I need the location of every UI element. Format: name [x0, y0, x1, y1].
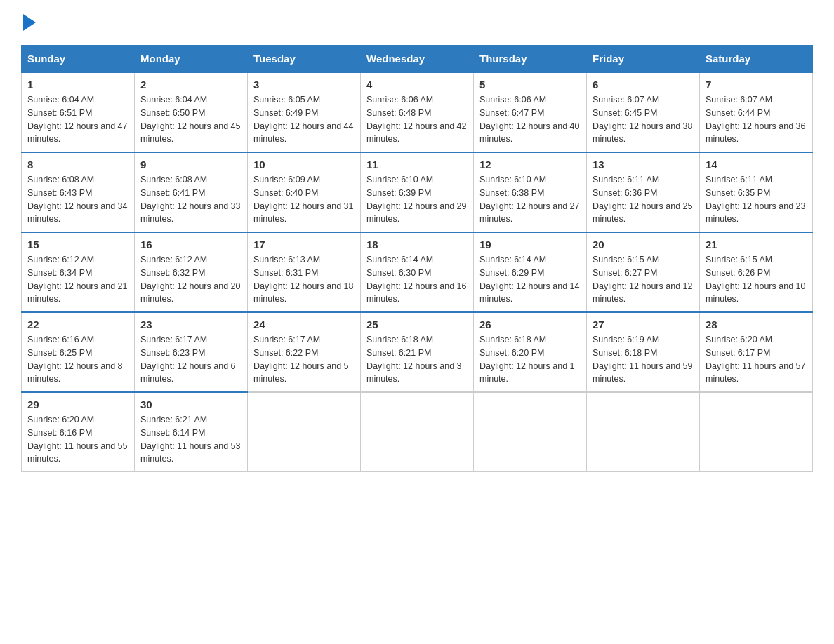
day-number: 18 — [366, 239, 468, 250]
weekday-header-row: SundayMondayTuesdayWednesdayThursdayFrid… — [22, 46, 813, 73]
day-number: 3 — [253, 79, 355, 90]
day-info: Sunrise: 6:17 AMSunset: 6:23 PMDaylight:… — [140, 335, 236, 384]
day-number: 20 — [593, 239, 694, 250]
day-cell-4: 4 Sunrise: 6:06 AMSunset: 6:48 PMDayligh… — [361, 72, 474, 152]
day-info: Sunrise: 6:14 AMSunset: 6:30 PMDaylight:… — [366, 255, 466, 304]
day-info: Sunrise: 6:06 AMSunset: 6:48 PMDaylight:… — [366, 95, 466, 144]
day-cell-26: 26 Sunrise: 6:18 AMSunset: 6:20 PMDaylig… — [474, 312, 587, 392]
day-number: 4 — [366, 79, 468, 90]
day-number: 22 — [27, 318, 128, 330]
day-number: 30 — [140, 398, 241, 410]
day-info: Sunrise: 6:04 AMSunset: 6:50 PMDaylight:… — [140, 95, 240, 144]
day-number: 2 — [140, 79, 241, 90]
day-cell-15: 15 Sunrise: 6:12 AMSunset: 6:34 PMDaylig… — [22, 232, 135, 312]
day-cell-21: 21 Sunrise: 6:15 AMSunset: 6:26 PMDaylig… — [700, 232, 813, 312]
day-info: Sunrise: 6:13 AMSunset: 6:31 PMDaylight:… — [253, 255, 353, 304]
day-number: 16 — [140, 239, 241, 250]
day-info: Sunrise: 6:20 AMSunset: 6:17 PMDaylight:… — [706, 335, 805, 384]
day-cell-2: 2 Sunrise: 6:04 AMSunset: 6:50 PMDayligh… — [135, 72, 248, 152]
day-info: Sunrise: 6:08 AMSunset: 6:41 PMDaylight:… — [140, 175, 240, 224]
day-info: Sunrise: 6:18 AMSunset: 6:20 PMDaylight:… — [479, 335, 575, 384]
day-info: Sunrise: 6:18 AMSunset: 6:21 PMDaylight:… — [366, 335, 462, 384]
weekday-header-wednesday: Wednesday — [361, 46, 474, 73]
day-number: 14 — [706, 159, 807, 170]
day-cell-23: 23 Sunrise: 6:17 AMSunset: 6:23 PMDaylig… — [135, 312, 248, 392]
day-info: Sunrise: 6:15 AMSunset: 6:26 PMDaylight:… — [706, 255, 805, 304]
day-cell-7: 7 Sunrise: 6:07 AMSunset: 6:44 PMDayligh… — [700, 72, 813, 152]
day-info: Sunrise: 6:05 AMSunset: 6:49 PMDaylight:… — [253, 95, 353, 144]
day-number: 9 — [140, 159, 241, 170]
day-cell-28: 28 Sunrise: 6:20 AMSunset: 6:17 PMDaylig… — [700, 312, 813, 392]
day-cell-1: 1 Sunrise: 6:04 AMSunset: 6:51 PMDayligh… — [22, 72, 135, 152]
day-cell-11: 11 Sunrise: 6:10 AMSunset: 6:39 PMDaylig… — [361, 152, 474, 232]
day-number: 19 — [479, 239, 581, 250]
day-cell-19: 19 Sunrise: 6:14 AMSunset: 6:29 PMDaylig… — [474, 232, 587, 312]
day-info: Sunrise: 6:15 AMSunset: 6:27 PMDaylight:… — [593, 255, 692, 304]
calendar-week-2: 8 Sunrise: 6:08 AMSunset: 6:43 PMDayligh… — [22, 152, 813, 232]
calendar-table: SundayMondayTuesdayWednesdayThursdayFrid… — [21, 45, 813, 472]
day-number: 27 — [593, 318, 694, 330]
day-number: 26 — [479, 318, 581, 330]
day-info: Sunrise: 6:10 AMSunset: 6:38 PMDaylight:… — [479, 175, 579, 224]
day-cell-8: 8 Sunrise: 6:08 AMSunset: 6:43 PMDayligh… — [22, 152, 135, 232]
day-info: Sunrise: 6:06 AMSunset: 6:47 PMDaylight:… — [479, 95, 579, 144]
day-cell-3: 3 Sunrise: 6:05 AMSunset: 6:49 PMDayligh… — [248, 72, 361, 152]
day-cell-9: 9 Sunrise: 6:08 AMSunset: 6:41 PMDayligh… — [135, 152, 248, 232]
day-cell-22: 22 Sunrise: 6:16 AMSunset: 6:25 PMDaylig… — [22, 312, 135, 392]
day-cell-18: 18 Sunrise: 6:14 AMSunset: 6:30 PMDaylig… — [361, 232, 474, 312]
day-info: Sunrise: 6:11 AMSunset: 6:36 PMDaylight:… — [593, 175, 692, 224]
day-info: Sunrise: 6:17 AMSunset: 6:22 PMDaylight:… — [253, 335, 349, 384]
day-cell-16: 16 Sunrise: 6:12 AMSunset: 6:32 PMDaylig… — [135, 232, 248, 312]
page-header — [21, 14, 813, 31]
day-number: 6 — [593, 79, 694, 90]
day-number: 21 — [706, 239, 807, 250]
day-info: Sunrise: 6:19 AMSunset: 6:18 PMDaylight:… — [593, 335, 692, 384]
day-cell-12: 12 Sunrise: 6:10 AMSunset: 6:38 PMDaylig… — [474, 152, 587, 232]
empty-cell — [248, 392, 361, 472]
day-cell-29: 29 Sunrise: 6:20 AMSunset: 6:16 PMDaylig… — [22, 392, 135, 472]
weekday-header-friday: Friday — [587, 46, 700, 73]
day-cell-24: 24 Sunrise: 6:17 AMSunset: 6:22 PMDaylig… — [248, 312, 361, 392]
day-number: 1 — [27, 79, 128, 90]
day-number: 12 — [479, 159, 581, 170]
weekday-header-tuesday: Tuesday — [248, 46, 361, 73]
logo — [21, 14, 36, 31]
day-info: Sunrise: 6:12 AMSunset: 6:34 PMDaylight:… — [27, 255, 127, 304]
empty-cell — [474, 392, 587, 472]
weekday-header-sunday: Sunday — [22, 46, 135, 73]
weekday-header-thursday: Thursday — [474, 46, 587, 73]
day-info: Sunrise: 6:10 AMSunset: 6:39 PMDaylight:… — [366, 175, 466, 224]
calendar-week-1: 1 Sunrise: 6:04 AMSunset: 6:51 PMDayligh… — [22, 72, 813, 152]
day-cell-5: 5 Sunrise: 6:06 AMSunset: 6:47 PMDayligh… — [474, 72, 587, 152]
calendar-week-4: 22 Sunrise: 6:16 AMSunset: 6:25 PMDaylig… — [22, 312, 813, 392]
day-info: Sunrise: 6:21 AMSunset: 6:14 PMDaylight:… — [140, 415, 240, 464]
weekday-header-monday: Monday — [135, 46, 248, 73]
day-info: Sunrise: 6:04 AMSunset: 6:51 PMDaylight:… — [27, 95, 127, 144]
day-number: 23 — [140, 318, 241, 330]
day-number: 15 — [27, 239, 128, 250]
empty-cell — [361, 392, 474, 472]
day-info: Sunrise: 6:11 AMSunset: 6:35 PMDaylight:… — [706, 175, 805, 224]
day-cell-20: 20 Sunrise: 6:15 AMSunset: 6:27 PMDaylig… — [587, 232, 700, 312]
day-cell-17: 17 Sunrise: 6:13 AMSunset: 6:31 PMDaylig… — [248, 232, 361, 312]
day-number: 17 — [253, 239, 355, 250]
day-number: 24 — [253, 318, 355, 330]
calendar-week-5: 29 Sunrise: 6:20 AMSunset: 6:16 PMDaylig… — [22, 392, 813, 472]
day-info: Sunrise: 6:12 AMSunset: 6:32 PMDaylight:… — [140, 255, 240, 304]
logo-arrow-icon — [23, 14, 36, 31]
day-cell-14: 14 Sunrise: 6:11 AMSunset: 6:35 PMDaylig… — [700, 152, 813, 232]
day-cell-6: 6 Sunrise: 6:07 AMSunset: 6:45 PMDayligh… — [587, 72, 700, 152]
day-info: Sunrise: 6:14 AMSunset: 6:29 PMDaylight:… — [479, 255, 579, 304]
day-info: Sunrise: 6:07 AMSunset: 6:45 PMDaylight:… — [593, 95, 692, 144]
day-number: 28 — [706, 318, 807, 330]
calendar-week-3: 15 Sunrise: 6:12 AMSunset: 6:34 PMDaylig… — [22, 232, 813, 312]
day-cell-10: 10 Sunrise: 6:09 AMSunset: 6:40 PMDaylig… — [248, 152, 361, 232]
day-cell-25: 25 Sunrise: 6:18 AMSunset: 6:21 PMDaylig… — [361, 312, 474, 392]
day-info: Sunrise: 6:07 AMSunset: 6:44 PMDaylight:… — [706, 95, 805, 144]
day-info: Sunrise: 6:08 AMSunset: 6:43 PMDaylight:… — [27, 175, 127, 224]
day-info: Sunrise: 6:20 AMSunset: 6:16 PMDaylight:… — [27, 415, 127, 464]
day-number: 5 — [479, 79, 581, 90]
day-number: 13 — [593, 159, 694, 170]
day-info: Sunrise: 6:09 AMSunset: 6:40 PMDaylight:… — [253, 175, 353, 224]
empty-cell — [587, 392, 700, 472]
